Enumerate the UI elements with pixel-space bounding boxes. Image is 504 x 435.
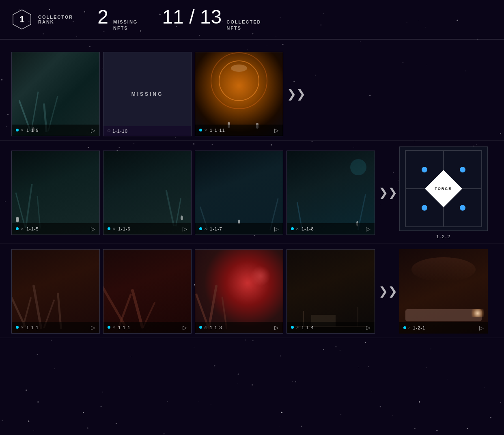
nft-id-1-1-11: ✕ 1-1-11 <box>199 128 225 133</box>
nft-play-1-1-7[interactable]: ▷ <box>274 226 279 232</box>
nft-id-1-1-4: ↗ 1-1-4 <box>291 325 314 330</box>
nft-dot-1-1-4 <box>291 326 294 329</box>
nft-dot-1-1-1a <box>16 326 19 329</box>
nft-play-1-1-11[interactable]: ▷ <box>274 127 279 134</box>
header: 1 COLLECTOR RANK 2 MISSING NFTS 11 / 13 … <box>0 0 504 39</box>
header-divider <box>0 39 504 40</box>
collected-stat: 11 / 13 COLLECTED NFTS <box>162 7 261 32</box>
nft-dot-1-1-3 <box>199 326 202 329</box>
forge-grid: FORGE <box>405 150 482 227</box>
nft-card-1-1-1a[interactable]: ✕ 1-1-1 ▷ <box>11 249 100 334</box>
forge-panel-id: 1-2-2 <box>436 234 451 239</box>
nft-dot-1-1-5 <box>16 227 19 230</box>
nft-play-1-1-6[interactable]: ▷ <box>183 226 187 232</box>
nft-id-1-1-10: 1-1-10 <box>108 129 128 134</box>
nft-play-1-1-3[interactable]: ▷ <box>274 324 279 331</box>
chevron-row1[interactable]: ❯❯ <box>288 78 304 110</box>
nft-play-1-1-9[interactable]: ▷ <box>91 127 95 134</box>
nft-play-1-2-1[interactable]: ▷ <box>479 325 484 331</box>
forge-dot-tl <box>422 167 427 172</box>
nft-card-1-1-1b[interactable]: ✕ 1-1-1 ▷ <box>103 249 192 334</box>
rank-hexagon: 1 <box>11 9 32 30</box>
right-panel-1-2-1[interactable]: ⌂ 1-2-1 ▷ <box>399 249 488 334</box>
nft-id-1-2-1: ⌂ 1-2-1 <box>403 325 425 330</box>
nft-play-1-1-8[interactable]: ▷ <box>366 226 370 232</box>
missing-label-1-1-10: MISSING <box>131 91 164 97</box>
forge-diamond-label: FORGE <box>435 187 452 191</box>
nft-footer-1-1-8: ✕ 1-1-8 ▷ <box>287 223 375 235</box>
nft-footer-1-1-6: ✕ 1-1-6 ▷ <box>103 223 191 235</box>
vehicle-section: ⌂ 1-2-1 ▷ <box>399 249 488 334</box>
nft-row-3: ✕ 1-1-1 ▷ ✕ 1-1-1 ▷ <box>0 245 504 338</box>
nft-card-1-1-8[interactable]: ✕ 1-1-8 ▷ <box>286 151 375 235</box>
nft-footer-1-2-1: ⌂ 1-2-1 ▷ <box>399 322 488 334</box>
nft-footer-1-1-11: ✕ 1-1-11 ▷ <box>195 125 283 136</box>
nft-id-1-1-1b: ✕ 1-1-1 <box>108 325 131 330</box>
nft-play-1-1-1b[interactable]: ▷ <box>183 324 187 331</box>
nft-id-1-1-8: ✕ 1-1-8 <box>291 226 314 231</box>
nft-row-1: ✕ 1-1-9 ▷ MISSING 1-1-10 <box>0 48 504 141</box>
nft-card-1-1-5[interactable]: ✕ 1-1-5 ▷ <box>11 151 100 235</box>
forge-dot-bl <box>422 205 427 211</box>
nft-card-1-1-9[interactable]: ✕ 1-1-9 ▷ <box>11 52 100 136</box>
nft-play-1-1-1a[interactable]: ▷ <box>91 324 95 331</box>
nft-dot-1-1-6 <box>108 227 110 230</box>
nft-art-1-1-1a <box>12 250 99 333</box>
rank-label-bottom: RANK <box>38 19 73 24</box>
nft-id-1-1-9: ✕ 1-1-9 <box>16 128 39 133</box>
nft-card-1-1-7[interactable]: ✕ 1-1-7 ▷ <box>195 151 283 235</box>
nft-card-1-1-6[interactable]: ✕ 1-1-6 ▷ <box>103 151 192 235</box>
missing-label: MISSING NFTS <box>113 19 138 32</box>
nft-art-1-1-7 <box>195 151 283 235</box>
chevron-row2[interactable]: ❯❯ <box>380 177 396 209</box>
nft-art-1-1-5 <box>12 151 99 235</box>
nft-art-1-1-6 <box>103 151 191 235</box>
nft-art-1-1-8 <box>287 151 375 235</box>
nft-art-1-1-3 <box>195 250 283 333</box>
content: ✕ 1-1-9 ▷ MISSING 1-1-10 <box>0 44 504 344</box>
nft-card-1-1-11[interactable]: ✕ 1-1-11 ▷ <box>195 52 283 136</box>
nft-id-1-1-6: ✕ 1-1-6 <box>108 226 131 231</box>
nft-footer-1-1-4: ↗ 1-1-4 ▷ <box>287 322 375 333</box>
rank-label-top: COLLECTOR <box>38 15 73 19</box>
nft-id-1-1-5: ✕ 1-1-5 <box>16 226 39 231</box>
nft-art-1-1-4 <box>287 250 375 333</box>
nft-dot-1-1-11 <box>199 129 202 131</box>
nft-dot-1-1-9 <box>16 129 19 131</box>
nft-art-1-1-1b <box>103 250 191 333</box>
collected-label: COLLECTED NFTS <box>226 19 261 32</box>
nft-id-1-1-1a: ✕ 1-1-1 <box>16 325 39 330</box>
rank-number: 1 <box>19 14 24 25</box>
nft-dot-1-1-8 <box>291 227 294 230</box>
nft-card-1-1-10[interactable]: MISSING 1-1-10 <box>103 52 192 136</box>
nft-footer-1-1-1a: ✕ 1-1-1 ▷ <box>12 322 99 333</box>
nft-dot-1-1-7 <box>199 227 202 230</box>
forge-panel[interactable]: FORGE <box>399 146 488 231</box>
forge-section: FORGE 1-2-2 <box>399 146 488 239</box>
rank-labels: COLLECTOR RANK <box>38 15 73 24</box>
nft-art-1-1-10: MISSING <box>103 52 191 136</box>
nft-id-1-1-3: ◎ 1-1-3 <box>199 325 222 330</box>
nft-row-2: ✕ 1-1-5 ▷ ✕ 1-1-6 ▷ <box>0 142 504 243</box>
nft-footer-1-1-1b: ✕ 1-1-1 ▷ <box>103 322 191 333</box>
nft-art-1-1-11 <box>195 52 283 136</box>
missing-number: 2 <box>97 7 108 27</box>
nft-footer-1-1-9: ✕ 1-1-9 ▷ <box>12 125 99 136</box>
vehicle-light <box>472 309 484 317</box>
missing-stat: 2 MISSING NFTS <box>97 7 138 32</box>
chevron-row3[interactable]: ❯❯ <box>380 275 396 308</box>
nft-footer-1-1-3: ◎ 1-1-3 ▷ <box>195 322 283 333</box>
nft-card-1-1-3[interactable]: ◎ 1-1-3 ▷ <box>195 249 283 334</box>
nft-dot-1-1-1b <box>108 326 110 329</box>
nft-dot-1-1-10 <box>108 129 110 132</box>
nft-play-1-1-5[interactable]: ▷ <box>91 226 95 232</box>
vehicle-art <box>399 249 488 334</box>
nft-footer-1-1-10: 1-1-10 <box>103 126 191 136</box>
forge-dot-br <box>460 205 465 211</box>
nft-card-1-1-4[interactable]: ↗ 1-1-4 ▷ <box>286 249 375 334</box>
nft-play-1-1-4[interactable]: ▷ <box>366 324 370 331</box>
collected-fraction: 11 / 13 <box>162 7 222 27</box>
vehicle-body <box>405 309 482 321</box>
nft-footer-1-1-7: ✕ 1-1-7 ▷ <box>195 223 283 235</box>
rank-block: 1 COLLECTOR RANK <box>11 9 73 30</box>
